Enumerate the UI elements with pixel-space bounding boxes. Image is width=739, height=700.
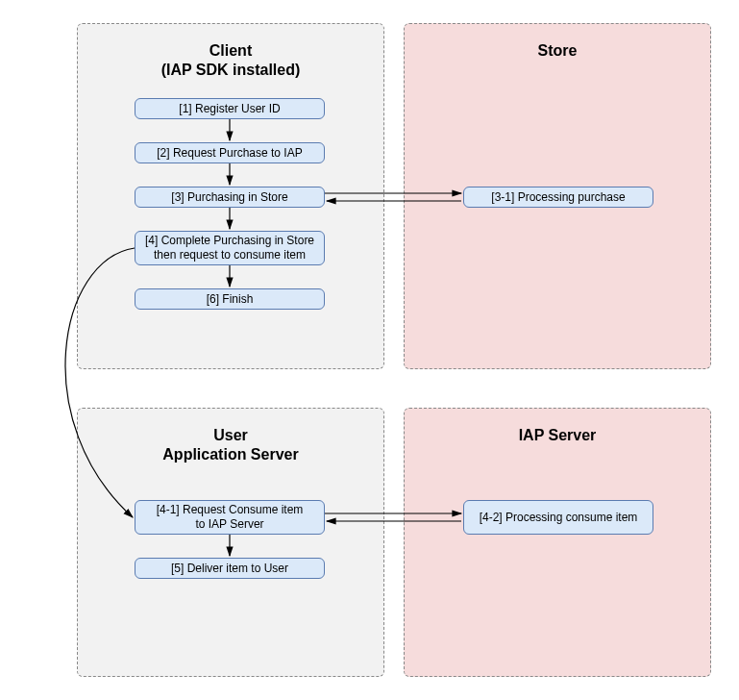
step-4-label: [4] Complete Purchasing in Store then re… — [145, 234, 314, 262]
step-3: [3] Purchasing in Store — [135, 187, 325, 208]
step-4-1: [4-1] Request Consume item to IAP Server — [135, 500, 325, 535]
step-4-2-label: [4-2] Processing consume item — [480, 511, 638, 525]
container-iap-server-title: IAP Server — [405, 409, 710, 445]
step-4-1-label: [4-1] Request Consume item to IAP Server — [157, 503, 304, 532]
client-title-line2: (IAP SDK installed) — [161, 62, 301, 78]
container-user-server: User Application Server — [77, 408, 384, 677]
step-1-label: [1] Register User ID — [179, 102, 280, 116]
container-iap-server: IAP Server — [404, 408, 711, 677]
step-6-label: [6] Finish — [207, 292, 254, 307]
container-user-server-title: User Application Server — [78, 409, 383, 464]
step-1: [1] Register User ID — [135, 98, 325, 119]
user-server-title-line1: User — [213, 427, 248, 443]
user-server-title-line2: Application Server — [162, 446, 298, 462]
client-title-line1: Client — [209, 42, 252, 59]
step-3-1: [3-1] Processing purchase — [463, 187, 653, 208]
step-2: [2] Request Purchase to IAP — [135, 142, 325, 163]
step-4: [4] Complete Purchasing in Store then re… — [135, 231, 325, 265]
step-3-1-label: [3-1] Processing purchase — [491, 190, 625, 205]
diagram-canvas: Client (IAP SDK installed) Store User Ap… — [0, 0, 739, 700]
container-store-title: Store — [405, 24, 710, 61]
iap-server-title: IAP Server — [519, 427, 597, 443]
step-4-2: [4-2] Processing consume item — [463, 500, 653, 535]
step-5: [5] Deliver item to User — [135, 558, 325, 579]
step-5-label: [5] Deliver item to User — [171, 562, 288, 576]
step-2-label: [2] Request Purchase to IAP — [157, 146, 302, 161]
container-client-title: Client (IAP SDK installed) — [78, 24, 383, 80]
step-6: [6] Finish — [135, 288, 325, 310]
step-3-label: [3] Purchasing in Store — [171, 190, 287, 205]
store-title: Store — [538, 42, 578, 59]
